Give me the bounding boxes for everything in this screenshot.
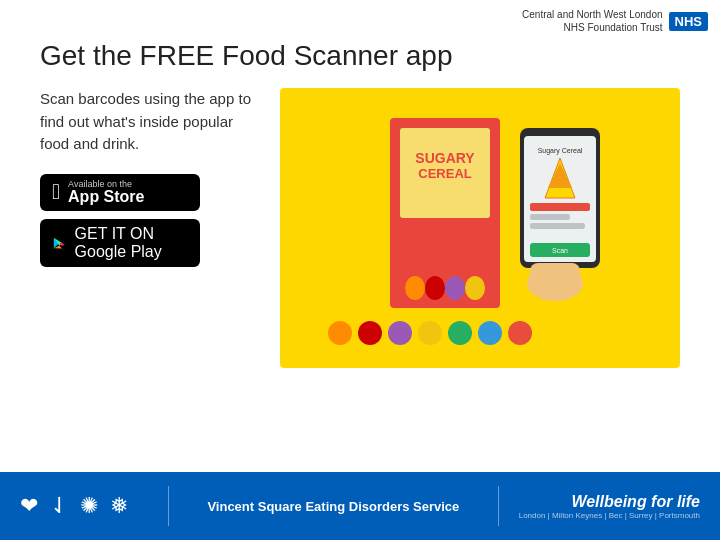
description-text: Scan barcodes using the app to find out … xyxy=(40,88,260,156)
svg-text:Scan: Scan xyxy=(552,247,568,254)
food-scanner-image: SUGARY CEREAL Sugary Cereal xyxy=(280,88,680,368)
scene-illustration: SUGARY CEREAL Sugary Cereal xyxy=(280,88,680,368)
footer-icons: ❤ ⇃ ✺ ❅ xyxy=(20,493,148,519)
google-play-labels: GET IT ON Google Play xyxy=(75,225,188,261)
svg-point-6 xyxy=(425,276,445,300)
app-buttons:  Available on the App Store xyxy=(40,174,260,267)
svg-rect-20 xyxy=(530,263,580,288)
svg-text:CEREAL: CEREAL xyxy=(418,166,472,181)
svg-point-8 xyxy=(465,276,485,300)
google-play-name-label: Google Play xyxy=(75,243,162,260)
svg-rect-15 xyxy=(530,214,570,220)
content-row: Scan barcodes using the app to find out … xyxy=(40,88,680,368)
footer-divider-left xyxy=(168,486,169,526)
svg-point-23 xyxy=(388,321,412,345)
svg-text:Sugary Cereal: Sugary Cereal xyxy=(538,147,583,155)
svg-point-27 xyxy=(508,321,532,345)
svg-point-24 xyxy=(418,321,442,345)
svg-rect-14 xyxy=(530,203,590,211)
left-column: Scan barcodes using the app to find out … xyxy=(40,88,260,267)
svg-text:SUGARY: SUGARY xyxy=(415,150,475,166)
google-play-get-label: GET IT ON xyxy=(75,225,154,242)
footer-service-name: Vincent Square Eating Disorders Service xyxy=(189,499,478,514)
apple-icon:  xyxy=(52,181,60,203)
svg-point-5 xyxy=(405,276,425,300)
footer: ❤ ⇃ ✺ ❅ Vincent Square Eating Disorders … xyxy=(0,472,720,540)
main-content: Get the FREE Food Scanner app Scan barco… xyxy=(0,30,720,470)
wellbeing-label: Wellbeing for life xyxy=(519,493,700,511)
svg-point-7 xyxy=(445,276,465,300)
grid-icon: ⇃ xyxy=(50,493,68,519)
app-store-name-label: App Store xyxy=(68,189,144,205)
svg-point-22 xyxy=(358,321,382,345)
svg-point-25 xyxy=(448,321,472,345)
wellbeing-sub-label: London | Milton Keynes | Bec | Surrey | … xyxy=(519,511,700,520)
svg-point-26 xyxy=(478,321,502,345)
snowflake-icon: ❅ xyxy=(110,493,128,519)
nhs-badge: NHS xyxy=(669,12,708,31)
svg-rect-16 xyxy=(530,223,585,229)
footer-wellbeing: Wellbeing for life London | Milton Keyne… xyxy=(519,493,700,520)
google-play-icon xyxy=(52,232,67,254)
page-title: Get the FREE Food Scanner app xyxy=(40,40,680,72)
app-store-labels: Available on the App Store xyxy=(68,180,144,205)
svg-point-21 xyxy=(328,321,352,345)
heart-icon: ❤ xyxy=(20,493,38,519)
footer-divider-right xyxy=(498,486,499,526)
flower-icon: ✺ xyxy=(80,493,98,519)
app-store-button[interactable]:  Available on the App Store xyxy=(40,174,200,211)
google-play-button[interactable]: GET IT ON Google Play xyxy=(40,219,200,267)
